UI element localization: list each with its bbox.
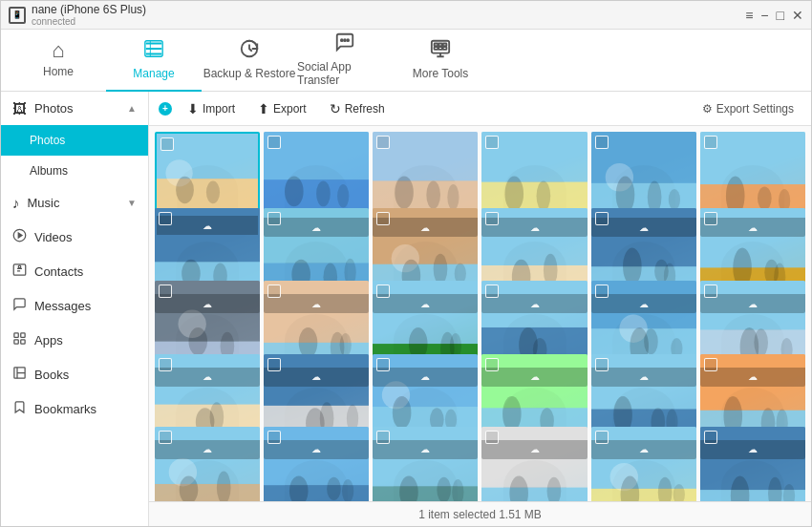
social-icon (334, 32, 355, 56)
minimize-icon[interactable]: − (760, 9, 768, 22)
bookmarks-icon (12, 400, 27, 417)
photo-checkbox[interactable] (704, 212, 717, 225)
cloud-icon: ☁ (420, 444, 430, 454)
refresh-button[interactable]: ↻ Refresh (320, 98, 395, 119)
photo-checkbox[interactable] (485, 285, 499, 298)
sidebar-item-albums[interactable]: Albums (1, 156, 148, 186)
videos-icon (12, 228, 27, 245)
svg-point-45 (668, 189, 679, 210)
svg-point-64 (434, 254, 448, 285)
photo-checkbox[interactable] (485, 136, 499, 149)
close-icon[interactable]: ✕ (792, 9, 803, 22)
nav-manage[interactable]: Manage (106, 30, 202, 92)
sidebar-item-messages[interactable]: Messages (1, 288, 148, 323)
refresh-icon: ↻ (330, 101, 341, 116)
sidebar-item-contacts[interactable]: Contacts (1, 254, 148, 288)
photo-checkbox[interactable] (267, 431, 281, 444)
menu-icon[interactable]: ≡ (745, 9, 753, 22)
import-button[interactable]: ⬇ Import (178, 98, 245, 119)
svg-rect-16 (14, 333, 18, 337)
cloud-icon: ☁ (639, 371, 649, 382)
cloud-icon: ☁ (639, 222, 649, 233)
photo-checkbox[interactable] (267, 136, 281, 149)
photo-checkbox[interactable] (704, 358, 717, 371)
photo-checkbox[interactable] (159, 212, 172, 225)
sidebar-item-photos[interactable]: Photos (1, 125, 148, 156)
svg-point-28 (285, 177, 304, 207)
status-text: 1 item selected 1.51 MB (418, 508, 542, 521)
nav-home[interactable]: ⌂ Home (11, 30, 106, 92)
sidebar-item-books[interactable]: Books (1, 357, 148, 391)
sidebar-item-videos[interactable]: Videos (1, 220, 148, 254)
svg-point-25 (206, 181, 220, 204)
sidebar-music-label: Music (28, 196, 60, 210)
photo-checkbox[interactable] (376, 431, 390, 444)
photo-thumbnail[interactable]: ☁ (591, 427, 696, 501)
svg-point-35 (448, 184, 459, 210)
photo-checkbox[interactable] (159, 285, 172, 298)
nav-tools[interactable]: More Tools (393, 30, 488, 92)
photo-checkbox[interactable] (376, 358, 390, 371)
cloud-icon: ☁ (203, 444, 212, 454)
export-button[interactable]: ⬆ Export (248, 98, 316, 119)
photo-checkbox[interactable] (376, 212, 390, 225)
gear-icon: ⚙ (702, 102, 713, 116)
sidebar-item-bookmarks[interactable]: Bookmarks (1, 391, 148, 426)
photo-checkbox[interactable] (485, 431, 499, 444)
photo-thumbnail[interactable]: ☁ (155, 427, 260, 501)
photo-thumbnail[interactable]: ☁ (264, 427, 369, 501)
cloud-icon: ☁ (748, 222, 758, 233)
photo-checkbox[interactable] (704, 136, 717, 149)
photo-checkbox[interactable] (159, 358, 172, 371)
svg-point-34 (427, 180, 441, 208)
photo-checkbox[interactable] (267, 285, 281, 298)
device-status: connected (32, 16, 146, 27)
photo-thumbnail[interactable]: ☁ (373, 427, 478, 501)
photo-checkbox[interactable] (485, 358, 499, 371)
home-icon: ⌂ (52, 40, 64, 61)
cloud-icon: ☁ (748, 299, 758, 309)
photo-checkbox[interactable] (376, 136, 390, 149)
photo-checkbox[interactable] (160, 137, 174, 151)
photo-grid[interactable]: ☁ ☁ ☁ ☁ (149, 126, 811, 501)
maximize-icon[interactable]: □ (777, 9, 784, 22)
svg-point-83 (188, 327, 207, 355)
nav-backup[interactable]: Backup & Restore (202, 30, 297, 92)
sidebar-photos-sub-label: Photos (30, 134, 65, 147)
photo-checkbox[interactable] (159, 431, 172, 444)
sidebar-item-apps[interactable]: Apps (1, 323, 148, 357)
photo-checkbox[interactable] (267, 358, 281, 371)
svg-point-39 (537, 180, 551, 211)
photo-checkbox[interactable] (376, 285, 390, 298)
sidebar-section-music[interactable]: ♪ Music ▼ (1, 186, 148, 220)
photo-checkbox[interactable] (267, 212, 281, 225)
photo-checkbox[interactable] (595, 431, 609, 444)
photo-checkbox[interactable] (704, 285, 717, 298)
nav-social[interactable]: Social App Transfer (297, 30, 393, 92)
statusbar: 1 item selected 1.51 MB (149, 501, 811, 526)
sidebar-messages-label: Messages (34, 299, 91, 313)
sidebar-section-photos[interactable]: 🖼 Photos ▲ (1, 92, 148, 125)
cloud-icon: ☁ (530, 299, 540, 309)
cloud-icon: ☁ (311, 299, 321, 309)
photo-checkbox[interactable] (485, 212, 499, 225)
photo-checkbox[interactable] (595, 285, 609, 298)
cloud-icon: ☁ (748, 371, 758, 382)
svg-rect-11 (443, 47, 447, 50)
photo-thumbnail[interactable]: ☁ (481, 427, 587, 501)
svg-rect-19 (21, 340, 25, 344)
svg-point-38 (505, 177, 524, 212)
photo-thumbnail[interactable]: ☁ (700, 427, 805, 501)
photo-checkbox[interactable] (595, 136, 609, 149)
svg-marker-13 (18, 233, 22, 238)
cloud-icon: ☁ (311, 222, 321, 233)
manage-icon (143, 38, 164, 63)
photo-checkbox[interactable] (595, 212, 609, 225)
export-settings-button[interactable]: ⚙ Export Settings (694, 99, 801, 118)
nav-backup-label: Backup & Restore (203, 67, 296, 80)
window-controls[interactable]: ≡ − □ ✕ (745, 9, 803, 22)
photo-checkbox[interactable] (595, 358, 609, 371)
cloud-icon: ☁ (639, 444, 649, 454)
navbar: ⌂ Home Manage Backup & Restore (1, 30, 811, 92)
photo-checkbox[interactable] (704, 431, 717, 444)
